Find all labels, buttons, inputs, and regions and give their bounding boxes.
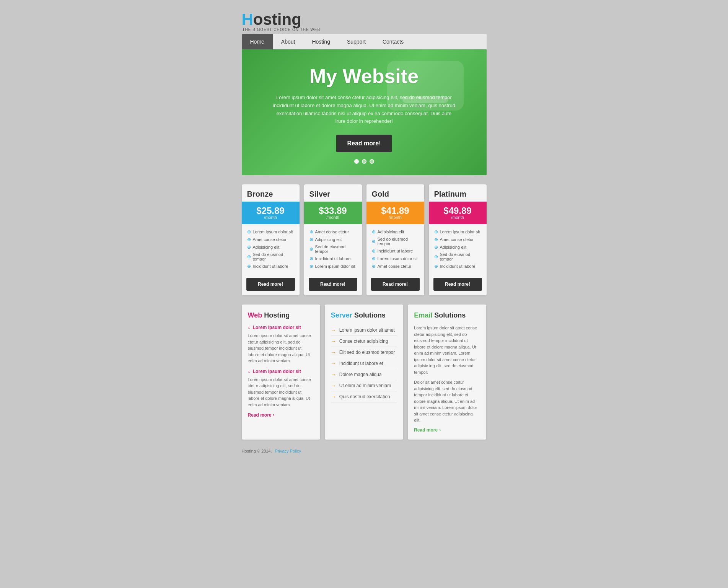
pricing-silver-amount: $33.89 bbox=[304, 206, 362, 215]
hero-read-more-button[interactable]: Read more! bbox=[336, 135, 391, 152]
pricing-gold-features: Adipisicing elit Sed do eiusmod tempor I… bbox=[366, 224, 424, 274]
pricing-platinum-amount: $49.89 bbox=[429, 206, 487, 215]
list-item: Amet conse ctetur bbox=[434, 236, 481, 243]
hero-dot-3[interactable] bbox=[370, 159, 374, 164]
list-item: Adipisicing elit bbox=[247, 243, 294, 251]
email-text-1: Lorem ipsum dolor sit amet conse ctetur … bbox=[414, 325, 480, 375]
logo-text-rest: osting bbox=[253, 10, 301, 28]
logo: Hosting bbox=[242, 11, 487, 28]
email-solutions-title: Email Solutions bbox=[414, 311, 480, 319]
main-nav: Home About Hosting Support Contacts bbox=[242, 34, 487, 49]
web-hosting-item-1-text: Lorem ipsum dolor sit amet conse ctetur … bbox=[248, 332, 314, 364]
logo-area: Hosting THE BIGGEST CHOICE ON THE WEB bbox=[242, 8, 487, 34]
hero-dot-1[interactable] bbox=[354, 159, 359, 164]
nav-hosting[interactable]: Hosting bbox=[303, 34, 338, 49]
footer-privacy-link[interactable]: Privacy Policy bbox=[275, 449, 301, 453]
list-item: Amet conse ctetur bbox=[372, 262, 419, 270]
pricing-platinum-features: Lorem ipsum dolor sit Amet conse ctetur … bbox=[429, 224, 487, 274]
pricing-silver-features: Amet conse ctetur Adipisicing elit Sed d… bbox=[304, 224, 362, 274]
list-item: Conse ctetur adipisicing bbox=[331, 336, 397, 347]
pricing-silver-name: Silver bbox=[304, 184, 362, 202]
web-hosting-read-more-label: Read more bbox=[248, 412, 272, 418]
hero-banner: My Website Lorem ipsum dolor sit amet co… bbox=[242, 49, 487, 175]
server-solutions-title: Server Solutions bbox=[331, 311, 397, 319]
pricing-silver-period: /month bbox=[304, 215, 362, 220]
server-solutions-title-accent: Server bbox=[331, 311, 352, 319]
list-item: Sed do eiusmod tempor bbox=[434, 251, 481, 262]
list-item: Incididunt ut labore bbox=[372, 247, 419, 255]
hero-dot-2[interactable] bbox=[362, 159, 366, 164]
email-solutions-title-rest: Solutions bbox=[432, 311, 466, 319]
bottom-section: Web Hosting Lorem ipsum dolor sit Lorem … bbox=[242, 305, 487, 440]
nav-contacts[interactable]: Contacts bbox=[374, 34, 412, 49]
server-solutions-card: Server Solutions Lorem ipsum dolor sit a… bbox=[325, 305, 403, 440]
pricing-bronze-name: Bronze bbox=[242, 184, 300, 202]
web-hosting-item-2-text: Lorem ipsum dolor sit amet conse ctetur … bbox=[248, 376, 314, 408]
list-item: Sed do eiusmod tempor bbox=[247, 251, 294, 262]
list-item: Ut enim ad minim veniam bbox=[331, 380, 397, 391]
list-item: Adipisicing elit bbox=[434, 243, 481, 251]
footer: Hosting © 2014. Privacy Policy bbox=[242, 449, 487, 453]
hero-dots bbox=[253, 159, 475, 164]
list-item: Elit sed do eiusmod tempor bbox=[331, 347, 397, 358]
server-solutions-title-rest: Solutions bbox=[352, 311, 386, 319]
list-item: Amet conse ctetur bbox=[309, 228, 357, 236]
list-item: Lorem ipsum dolor sit bbox=[434, 228, 481, 236]
list-item: Sed do eiusmod tempor bbox=[309, 243, 357, 255]
pricing-card-bronze: Bronze $25.89 /month Lorem ipsum dolor s… bbox=[242, 184, 300, 295]
pricing-silver-price: $33.89 /month bbox=[304, 202, 362, 224]
list-item: Sed do eiusmod tempor bbox=[372, 236, 419, 247]
nav-about[interactable]: About bbox=[273, 34, 304, 49]
web-hosting-title: Web Hosting bbox=[248, 311, 314, 319]
list-item: Adipisicing elit bbox=[372, 228, 419, 236]
pricing-gold-period: /month bbox=[366, 215, 424, 220]
web-hosting-item-1-title: Lorem ipsum dolor sit bbox=[248, 325, 314, 330]
list-item: Incididunt ut labore bbox=[309, 255, 357, 262]
nav-support[interactable]: Support bbox=[339, 34, 374, 49]
pricing-gold-price: $41.89 /month bbox=[366, 202, 424, 224]
pricing-gold-amount: $41.89 bbox=[366, 206, 424, 215]
logo-subtitle: THE BIGGEST CHOICE ON THE WEB bbox=[242, 28, 487, 32]
email-text-2: Dolor sit amet conse ctetur adipisicing … bbox=[414, 379, 480, 423]
list-item: Dolore magna aliqua bbox=[331, 369, 397, 380]
list-item: Lorem ipsum dolor sit bbox=[372, 255, 419, 262]
web-hosting-card: Web Hosting Lorem ipsum dolor sit Lorem … bbox=[242, 305, 320, 440]
web-hosting-title-accent: Web bbox=[248, 311, 262, 319]
email-solutions-card: Email Solutions Lorem ipsum dolor sit am… bbox=[408, 305, 486, 440]
chevron-right-icon: › bbox=[273, 412, 275, 418]
pricing-bronze-amount: $25.89 bbox=[242, 206, 300, 215]
pricing-bronze-button[interactable]: Read more! bbox=[246, 278, 295, 291]
pricing-platinum-button[interactable]: Read more! bbox=[433, 278, 482, 291]
pricing-section: Bronze $25.89 /month Lorem ipsum dolor s… bbox=[242, 184, 487, 295]
pricing-gold-button[interactable]: Read more! bbox=[371, 278, 420, 291]
web-hosting-item-2-title: Lorem ipsum dolor sit bbox=[248, 369, 314, 374]
pricing-card-gold: Gold $41.89 /month Adipisicing elit Sed … bbox=[366, 184, 424, 295]
list-item: Incididunt ut labore bbox=[434, 262, 481, 270]
server-solutions-list: Lorem ipsum dolor sit amet Conse ctetur … bbox=[331, 325, 397, 402]
pricing-card-platinum: Platinum $49.89 /month Lorem ipsum dolor… bbox=[429, 184, 487, 295]
pricing-platinum-period: /month bbox=[429, 215, 487, 220]
pricing-gold-name: Gold bbox=[366, 184, 424, 202]
pricing-bronze-period: /month bbox=[242, 215, 300, 220]
list-item: Incididunt ut labore bbox=[247, 262, 294, 270]
pricing-platinum-name: Platinum bbox=[429, 184, 487, 202]
pricing-platinum-price: $49.89 /month bbox=[429, 202, 487, 224]
list-item: Lorem ipsum dolor sit amet bbox=[331, 325, 397, 336]
logo-accent-letter: H bbox=[242, 10, 253, 28]
pricing-bronze-price: $25.89 /month bbox=[242, 202, 300, 224]
web-hosting-read-more[interactable]: Read more › bbox=[248, 412, 314, 418]
list-item: Incididunt ut labore et bbox=[331, 358, 397, 369]
footer-copyright: Hosting © 2014. bbox=[242, 449, 272, 453]
email-read-more[interactable]: Read more › bbox=[414, 427, 480, 433]
email-solutions-title-accent: Email bbox=[414, 311, 432, 319]
hero-overlay-decoration bbox=[387, 61, 464, 111]
list-item: Amet conse ctetur bbox=[247, 236, 294, 243]
nav-home[interactable]: Home bbox=[242, 34, 273, 49]
list-item: Quis nostrud exercitation bbox=[331, 391, 397, 402]
pricing-bronze-features: Lorem ipsum dolor sit Amet conse ctetur … bbox=[242, 224, 300, 274]
list-item: Lorem ipsum dolor sit bbox=[247, 228, 294, 236]
list-item: Adipisicing elit bbox=[309, 236, 357, 243]
pricing-silver-button[interactable]: Read more! bbox=[309, 278, 357, 291]
hero-overlay-inner bbox=[402, 96, 448, 103]
list-item: Lorem ipsum dolor sit bbox=[309, 262, 357, 270]
